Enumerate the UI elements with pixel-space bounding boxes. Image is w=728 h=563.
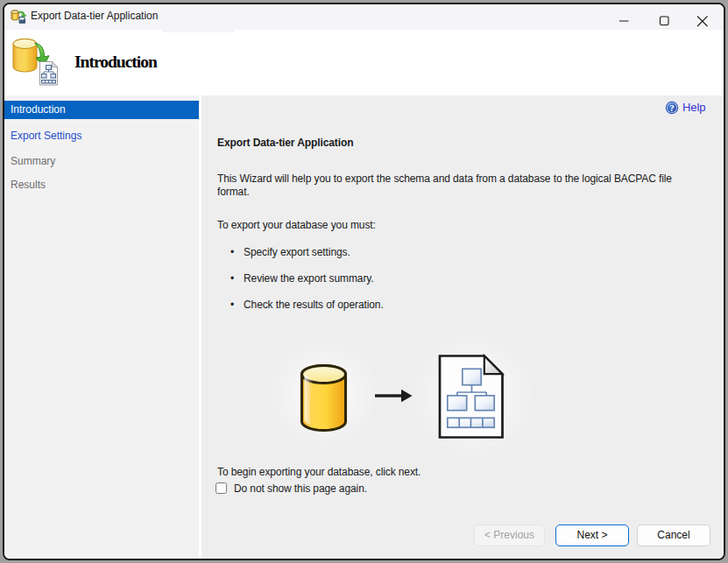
svg-text:?: ? <box>669 102 675 113</box>
